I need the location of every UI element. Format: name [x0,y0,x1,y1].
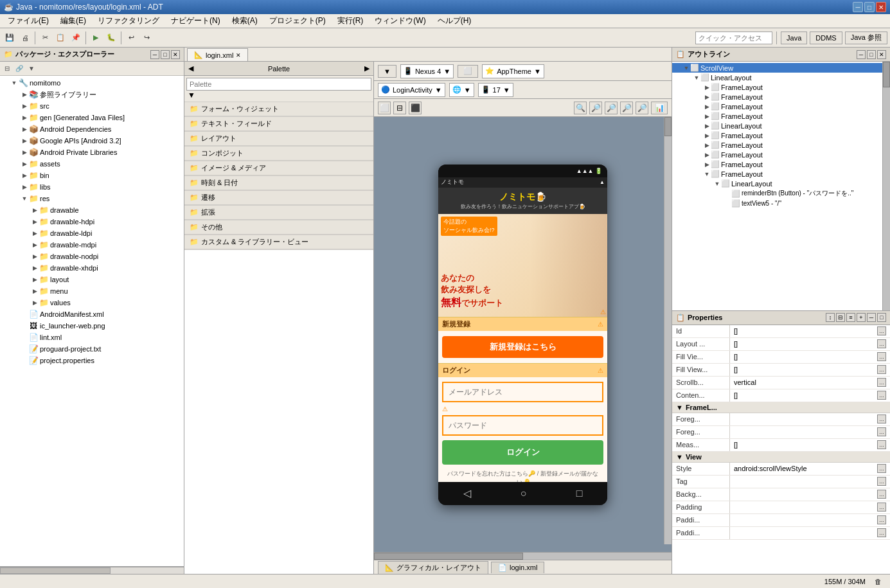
tree-item-proguard[interactable]: 📝 proguard-project.txt [0,343,184,355]
outline-close-btn[interactable]: ✕ [877,50,886,59]
prop-btn-fv2[interactable]: … [877,365,886,374]
tree-item-src[interactable]: ▶ 📁 src [0,100,184,112]
palette-chevron-right[interactable]: ▶ [364,64,369,73]
nav-back-btn[interactable]: ◁ [463,487,471,499]
tree-item-manifest[interactable]: 📄 AndroidManifest.xml [0,308,184,320]
outline-item-framelayout-8[interactable]: ▶ ⬜ FrameLayout [672,159,882,169]
prop-max-btn[interactable]: □ [877,313,886,322]
zoom-out-btn2[interactable]: 🔎 [589,102,602,114]
outline-item-linearlayout[interactable]: ▼ ⬜ LinearLayout [672,73,882,82]
tab-close-icon[interactable]: ✕ [236,52,241,58]
toolbar-btn-back[interactable]: ↩ [124,31,138,45]
palette-section-custom-header[interactable]: 📁 カスタム & ライブラリー・ビュー [184,235,373,249]
device-scrollbar-h-thumb[interactable] [374,553,523,560]
palette-section-image-header[interactable]: 📁 イメージ & メディア [184,161,373,175]
prop-val-fv2[interactable]: [] … [730,364,890,376]
prop-val-padding[interactable]: … [730,501,890,513]
outline-min-btn[interactable]: ─ [857,50,866,59]
gc-btn[interactable]: 🗑 [871,575,885,589]
outline-max-btn[interactable]: □ [867,50,876,59]
outline-item-reminderbtn[interactable]: ⬜ reminderBtn (Button) - "パスワードを.." [672,188,882,199]
prop-btn-paddi2[interactable]: … [877,528,886,537]
tree-item-lint[interactable]: 📄 lint.xml [0,332,184,343]
prop-group-framel[interactable]: ▼ FrameL... [672,402,890,413]
palette-section-composite-header[interactable]: 📁 コンポジット [184,147,373,161]
tree-item-drawable-hdpi[interactable]: ▶ 📁 drawable-hdpi [0,216,184,227]
panel-minimize-btn[interactable]: ─ [150,50,159,59]
outline-item-framelayout-5[interactable]: ▶ ⬜ FrameLayout [672,130,882,140]
outline-item-scrollview[interactable]: ▼ ⬜ ScrollView [672,63,882,73]
quick-access-input[interactable] [695,31,772,44]
prop-val-scrollbar[interactable]: vertical … [730,377,890,389]
prop-min-btn[interactable]: ─ [867,313,876,322]
prop-val-layout[interactable]: [] … [730,338,890,350]
present-btn[interactable]: 📊 [651,102,668,114]
palette-chevron[interactable]: ◀ [188,64,193,73]
activity-selector[interactable]: 🔵 LoginActivity ▼ [378,83,445,97]
outline-item-linearlayout-2[interactable]: ▶ ⬜ LinearLayout [672,121,882,130]
prop-val-backg[interactable]: … [730,488,890,501]
zoom-in-btn[interactable]: 🔎 [620,102,633,114]
palette-section-advanced-header[interactable]: 📁 拡張 [184,206,373,220]
prop-val-tag[interactable]: … [730,476,890,488]
menu-project[interactable]: プロジェクト(P) [264,14,331,28]
editor-tab-login-xml[interactable]: 📐 login.xml ✕ [187,48,248,61]
maximize-button[interactable]: □ [864,2,875,12]
tree-item-libs[interactable]: ▶ 📁 libs [0,181,184,193]
palette-section-time-header[interactable]: 📁 時刻 & 日付 [184,176,373,190]
prop-val-style[interactable]: android:scrollViewStyle … [730,463,890,475]
toolbar-btn-fwd[interactable]: ↪ [139,31,154,45]
api-selector[interactable]: 📱 17 ▼ [478,83,513,97]
menu-navigate[interactable]: ナビゲート(N) [166,14,226,28]
prop-category-btn[interactable]: ≡ [846,313,855,322]
menu-window[interactable]: ウィンドウ(W) [369,14,431,28]
minimize-button[interactable]: ─ [853,2,863,12]
outline-item-framelayout-6[interactable]: ▶ ⬜ FrameLayout [672,140,882,150]
nav-recent-btn[interactable]: □ [576,488,583,499]
tree-item-iclauncher[interactable]: 🖼 ic_launcher-web.png [0,320,184,332]
close-button[interactable]: ✕ [876,2,886,12]
prop-add-btn[interactable]: + [857,313,866,322]
prop-btn-paddi1[interactable]: … [877,515,886,524]
view-toggle-3[interactable]: ⬛ [409,102,422,114]
tree-item-assets[interactable]: ▶ 📁 assets [0,158,184,170]
prop-btn-content[interactable]: … [877,391,886,400]
theme-selector[interactable]: ⭐ AppTheme ▼ [482,64,544,78]
menu-run[interactable]: 実行(R) [332,14,369,28]
tree-item-google-api[interactable]: ▶ 📦 Google APIs [Android 3.2] [0,135,184,147]
panel-maximize-btn[interactable]: □ [161,50,170,59]
prop-btn-foreg1[interactable]: … [877,414,886,423]
toolbar-btn-4[interactable]: 📋 [53,31,67,45]
nav-home-btn[interactable]: ○ [521,488,527,499]
zoom-actual-btn[interactable]: 🔎 [636,102,648,114]
outline-item-framelayout-9[interactable]: ▼ ⬜ FrameLayout [672,169,882,179]
tree-item-project-props[interactable]: 📝 project.properties [0,355,184,366]
prop-btn-scrollbar[interactable]: … [877,378,886,387]
outline-scrollbar-thumb[interactable] [883,62,890,87]
tree-item-refs[interactable]: ▶ 📚 参照ライブラリー [0,89,184,100]
tab-graphical-layout[interactable]: 📐 グラフィカル・レイアウト [378,561,488,574]
password-input[interactable] [442,415,603,436]
tree-item-values[interactable]: ▶ 📁 values [0,297,184,308]
tab-login-xml[interactable]: 📄 login.xml [491,562,544,573]
tree-item-drawable-mdpi[interactable]: ▶ 📁 drawable-mdpi [0,239,184,251]
tree-item-bin[interactable]: ▶ 📁 bin [0,170,184,181]
menu-help[interactable]: ヘルプ(H) [432,14,477,28]
prop-group-view[interactable]: ▼ View [672,452,890,463]
prop-val-meas[interactable]: [] … [730,439,890,451]
panel-close-btn[interactable]: ✕ [171,50,180,59]
palette-section-other-header[interactable]: 📁 その他 [184,220,373,235]
prop-val-foreg1[interactable]: … [730,413,890,425]
menu-edit[interactable]: 編集(E) [55,14,91,28]
menu-file[interactable]: ファイル(E) [3,14,54,28]
tree-root-nomitomo[interactable]: ▼ 🔧 nomitomo [0,77,184,89]
menu-search[interactable]: 検索(A) [227,14,263,28]
device-scrollbar-thumb[interactable] [664,117,672,136]
outline-item-framelayout-2[interactable]: ▶ ⬜ FrameLayout [672,92,882,102]
tree-item-android-dep[interactable]: ▶ 📦 Android Dependencies [0,123,184,135]
pe-scrollbar-h[interactable] [0,566,184,574]
tree-item-drawable-nodpi[interactable]: ▶ 📁 drawable-nodpi [0,251,184,262]
pe-link-btn[interactable]: 🔗 [13,63,25,75]
prop-val-paddi1[interactable]: … [730,514,890,526]
tree-item-drawable[interactable]: ▶ 📁 drawable [0,204,184,216]
